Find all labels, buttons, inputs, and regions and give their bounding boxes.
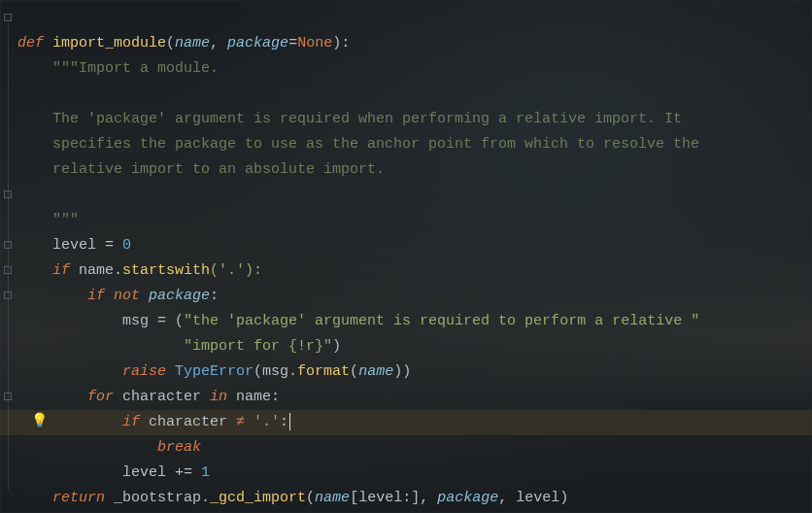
keyword: in — [210, 389, 227, 405]
code-line: if character ≠ '.': — [17, 414, 290, 430]
default-value: None — [297, 35, 332, 51]
fold-marker-icon[interactable] — [4, 241, 12, 249]
code-line: specifies the package to use as the anch… — [17, 136, 699, 153]
fold-marker-icon[interactable] — [4, 266, 12, 274]
keyword: raise — [122, 363, 166, 380]
keyword: for — [87, 389, 114, 405]
lightbulb-icon[interactable]: 💡 — [31, 408, 48, 433]
builtin-type: TypeError — [166, 363, 254, 380]
keyword: return — [52, 490, 105, 506]
code-line: """Import a module. — [17, 60, 219, 77]
code-line: msg = ("the 'package' argument is requir… — [17, 313, 699, 329]
parameter: name — [175, 35, 210, 51]
keyword: break — [157, 439, 201, 456]
code-line: if name.startswith('.'): — [17, 262, 262, 279]
code-line: "import for {!r}") — [17, 338, 341, 355]
docstring: relative import to an absolute import. — [52, 161, 385, 178]
number: 1 — [201, 464, 210, 481]
code-editor[interactable]: def import_module(name, package=None): "… — [17, 6, 699, 511]
code-line: def import_module(name, package=None): — [17, 35, 350, 51]
docstring: specifies the package to use as the anch… — [52, 136, 699, 153]
keyword: def — [17, 35, 44, 51]
docstring: """Import a module. — [52, 60, 219, 77]
method: startswith — [122, 262, 210, 279]
code-line: The 'package' argument is required when … — [17, 111, 682, 127]
cursor-icon — [289, 413, 290, 430]
code-line: """ — [17, 212, 79, 228]
fold-marker-icon[interactable] — [4, 291, 12, 299]
string: '.' — [245, 414, 280, 430]
fold-marker-icon[interactable] — [4, 190, 12, 198]
keyword: not — [105, 288, 149, 304]
number: 0 — [122, 237, 131, 254]
code-line: level = 0 — [17, 237, 131, 254]
fold-guide — [8, 23, 9, 490]
code-line: if not package: — [17, 288, 219, 304]
code-line: level += 1 — [17, 464, 210, 481]
parameter: package — [227, 35, 288, 51]
operator: ≠ — [236, 414, 245, 430]
method: format — [297, 363, 350, 380]
code-line: break — [17, 439, 201, 456]
method: _gcd_import — [210, 490, 306, 506]
fold-marker-icon[interactable] — [4, 393, 12, 400]
keyword: if — [87, 288, 105, 304]
string: "import for {!r}" — [184, 338, 332, 355]
docstring: The 'package' argument is required when … — [52, 111, 682, 127]
function-name: import_module — [52, 35, 166, 51]
code-line: for character in name: — [17, 389, 280, 405]
fold-marker-icon[interactable] — [4, 14, 12, 21]
gutter — [0, 0, 17, 513]
code-line: return _bootstrap._gcd_import(name[level… — [17, 490, 568, 506]
docstring: """ — [52, 212, 79, 228]
code-line: raise TypeError(msg.format(name)) — [17, 363, 411, 380]
string: "the 'package' argument is required to p… — [184, 313, 699, 329]
keyword: if — [122, 414, 140, 430]
keyword: if — [52, 262, 70, 279]
code-line: relative import to an absolute import. — [17, 161, 385, 178]
